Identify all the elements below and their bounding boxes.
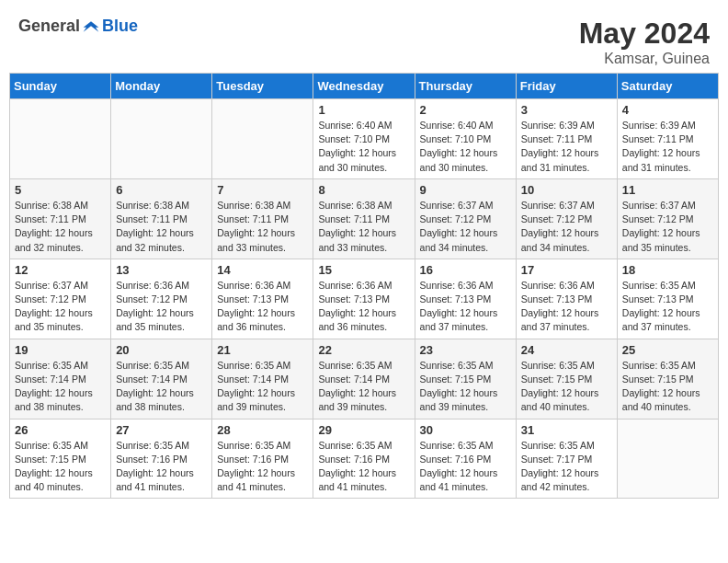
- day-number: 29: [318, 423, 409, 437]
- calendar-cell: 12Sunrise: 6:37 AMSunset: 7:12 PMDayligh…: [10, 259, 111, 339]
- calendar-cell: 7Sunrise: 6:38 AMSunset: 7:11 PMDaylight…: [212, 178, 313, 259]
- day-number: 15: [318, 263, 409, 277]
- day-info: Sunrise: 6:36 AMSunset: 7:13 PMDaylight:…: [217, 279, 308, 335]
- day-number: 25: [622, 343, 713, 357]
- day-info: Sunrise: 6:35 AMSunset: 7:15 PMDaylight:…: [420, 359, 511, 415]
- calendar-cell: 16Sunrise: 6:36 AMSunset: 7:13 PMDayligh…: [415, 259, 516, 339]
- day-info: Sunrise: 6:36 AMSunset: 7:13 PMDaylight:…: [521, 279, 612, 335]
- calendar-week-5: 26Sunrise: 6:35 AMSunset: 7:15 PMDayligh…: [10, 419, 719, 499]
- day-info: Sunrise: 6:37 AMSunset: 7:12 PMDaylight:…: [521, 199, 612, 255]
- calendar-cell: 6Sunrise: 6:38 AMSunset: 7:11 PMDaylight…: [111, 178, 212, 259]
- day-info: Sunrise: 6:35 AMSunset: 7:15 PMDaylight:…: [521, 359, 612, 415]
- weekday-sunday: Sunday: [10, 74, 111, 99]
- day-info: Sunrise: 6:35 AMSunset: 7:14 PMDaylight:…: [116, 359, 207, 415]
- day-number: 18: [622, 263, 713, 277]
- day-number: 28: [217, 423, 308, 437]
- calendar-cell: 22Sunrise: 6:35 AMSunset: 7:14 PMDayligh…: [313, 339, 415, 419]
- day-number: 21: [217, 343, 308, 357]
- day-number: 11: [622, 183, 713, 197]
- calendar-table: SundayMondayTuesdayWednesdayThursdayFrid…: [9, 73, 719, 499]
- calendar-week-3: 12Sunrise: 6:37 AMSunset: 7:12 PMDayligh…: [10, 259, 719, 339]
- day-info: Sunrise: 6:38 AMSunset: 7:11 PMDaylight:…: [116, 199, 207, 255]
- day-number: 8: [318, 183, 409, 197]
- day-info: Sunrise: 6:35 AMSunset: 7:13 PMDaylight:…: [622, 279, 713, 335]
- weekday-monday: Monday: [111, 74, 212, 99]
- calendar-cell: 9Sunrise: 6:37 AMSunset: 7:12 PMDaylight…: [415, 178, 516, 259]
- day-info: Sunrise: 6:35 AMSunset: 7:15 PMDaylight:…: [622, 359, 713, 415]
- weekday-header-row: SundayMondayTuesdayWednesdayThursdayFrid…: [10, 74, 719, 99]
- calendar-cell: 31Sunrise: 6:35 AMSunset: 7:17 PMDayligh…: [516, 419, 617, 499]
- day-info: Sunrise: 6:35 AMSunset: 7:14 PMDaylight:…: [15, 359, 106, 415]
- day-number: 30: [420, 423, 511, 437]
- calendar-cell: 23Sunrise: 6:35 AMSunset: 7:15 PMDayligh…: [415, 339, 516, 419]
- weekday-friday: Friday: [516, 74, 617, 99]
- calendar-cell: 11Sunrise: 6:37 AMSunset: 7:12 PMDayligh…: [617, 178, 718, 259]
- day-number: 10: [521, 183, 612, 197]
- calendar-week-4: 19Sunrise: 6:35 AMSunset: 7:14 PMDayligh…: [10, 339, 719, 419]
- day-info: Sunrise: 6:35 AMSunset: 7:14 PMDaylight:…: [217, 359, 308, 415]
- day-info: Sunrise: 6:38 AMSunset: 7:11 PMDaylight:…: [15, 199, 106, 255]
- weekday-tuesday: Tuesday: [212, 74, 313, 99]
- calendar-cell: [10, 99, 111, 179]
- day-number: 22: [318, 343, 409, 357]
- weekday-saturday: Saturday: [617, 74, 718, 99]
- day-number: 4: [622, 103, 713, 117]
- day-number: 16: [420, 263, 511, 277]
- day-number: 9: [420, 183, 511, 197]
- svg-marker-0: [84, 21, 99, 32]
- day-info: Sunrise: 6:36 AMSunset: 7:13 PMDaylight:…: [420, 279, 511, 335]
- calendar-cell: 20Sunrise: 6:35 AMSunset: 7:14 PMDayligh…: [111, 339, 212, 419]
- day-number: 13: [116, 263, 207, 277]
- calendar-cell: 18Sunrise: 6:35 AMSunset: 7:13 PMDayligh…: [617, 259, 718, 339]
- day-info: Sunrise: 6:37 AMSunset: 7:12 PMDaylight:…: [622, 199, 713, 255]
- day-number: 12: [15, 263, 106, 277]
- day-number: 1: [318, 103, 409, 117]
- calendar-week-1: 1Sunrise: 6:40 AMSunset: 7:10 PMDaylight…: [10, 99, 719, 179]
- day-info: Sunrise: 6:35 AMSunset: 7:16 PMDaylight:…: [318, 439, 409, 495]
- day-info: Sunrise: 6:35 AMSunset: 7:14 PMDaylight:…: [318, 359, 409, 415]
- day-number: 17: [521, 263, 612, 277]
- calendar-cell: 4Sunrise: 6:39 AMSunset: 7:11 PMDaylight…: [617, 99, 718, 179]
- calendar-cell: 1Sunrise: 6:40 AMSunset: 7:10 PMDaylight…: [313, 99, 415, 179]
- logo-bird-icon: [82, 17, 100, 36]
- day-info: Sunrise: 6:39 AMSunset: 7:11 PMDaylight:…: [622, 119, 713, 175]
- calendar-cell: [212, 99, 313, 179]
- calendar-cell: 3Sunrise: 6:39 AMSunset: 7:11 PMDaylight…: [516, 99, 617, 179]
- weekday-wednesday: Wednesday: [313, 74, 415, 99]
- day-number: 19: [15, 343, 106, 357]
- logo-blue: Blue: [102, 17, 138, 35]
- day-info: Sunrise: 6:35 AMSunset: 7:16 PMDaylight:…: [116, 439, 207, 495]
- day-number: 24: [521, 343, 612, 357]
- day-number: 14: [217, 263, 308, 277]
- calendar-cell: 25Sunrise: 6:35 AMSunset: 7:15 PMDayligh…: [617, 339, 718, 419]
- day-number: 5: [15, 183, 106, 197]
- day-info: Sunrise: 6:36 AMSunset: 7:12 PMDaylight:…: [116, 279, 207, 335]
- day-info: Sunrise: 6:38 AMSunset: 7:11 PMDaylight:…: [217, 199, 308, 255]
- day-number: 27: [116, 423, 207, 437]
- calendar-cell: 10Sunrise: 6:37 AMSunset: 7:12 PMDayligh…: [516, 178, 617, 259]
- weekday-thursday: Thursday: [415, 74, 516, 99]
- calendar-cell: 24Sunrise: 6:35 AMSunset: 7:15 PMDayligh…: [516, 339, 617, 419]
- day-number: 31: [521, 423, 612, 437]
- calendar-cell: 15Sunrise: 6:36 AMSunset: 7:13 PMDayligh…: [313, 259, 415, 339]
- logo: General Blue: [18, 17, 138, 36]
- day-number: 6: [116, 183, 207, 197]
- day-info: Sunrise: 6:37 AMSunset: 7:12 PMDaylight:…: [15, 279, 106, 335]
- calendar-cell: 29Sunrise: 6:35 AMSunset: 7:16 PMDayligh…: [313, 419, 415, 499]
- calendar-cell: [111, 99, 212, 179]
- calendar-cell: 28Sunrise: 6:35 AMSunset: 7:16 PMDayligh…: [212, 419, 313, 499]
- day-info: Sunrise: 6:39 AMSunset: 7:11 PMDaylight:…: [521, 119, 612, 175]
- calendar-cell: 14Sunrise: 6:36 AMSunset: 7:13 PMDayligh…: [212, 259, 313, 339]
- month-year-title: May 2024: [579, 17, 710, 51]
- day-info: Sunrise: 6:40 AMSunset: 7:10 PMDaylight:…: [420, 119, 511, 175]
- title-block: May 2024 Kamsar, Guinea: [579, 17, 710, 67]
- day-info: Sunrise: 6:35 AMSunset: 7:16 PMDaylight:…: [420, 439, 511, 495]
- day-info: Sunrise: 6:35 AMSunset: 7:17 PMDaylight:…: [521, 439, 612, 495]
- logo-general: General: [18, 17, 80, 36]
- calendar-cell: 19Sunrise: 6:35 AMSunset: 7:14 PMDayligh…: [10, 339, 111, 419]
- calendar-cell: 13Sunrise: 6:36 AMSunset: 7:12 PMDayligh…: [111, 259, 212, 339]
- day-number: 23: [420, 343, 511, 357]
- day-number: 20: [116, 343, 207, 357]
- calendar-week-2: 5Sunrise: 6:38 AMSunset: 7:11 PMDaylight…: [10, 178, 719, 259]
- calendar-cell: 2Sunrise: 6:40 AMSunset: 7:10 PMDaylight…: [415, 99, 516, 179]
